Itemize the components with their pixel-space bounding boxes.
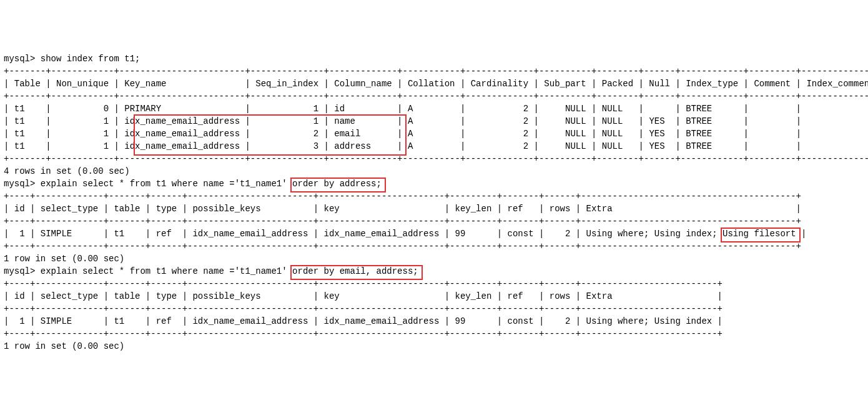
terminal-line: +-------+------------+------------------… bbox=[4, 90, 864, 102]
terminal-line: +----+-------------+-------+------+-----… bbox=[4, 215, 864, 228]
terminal-line: +-------+------------+------------------… bbox=[4, 65, 864, 78]
terminal-line: | t1 | 1 | idx_name_email_address | 1 | … bbox=[4, 115, 864, 128]
terminal-line: +-------+------------+------------------… bbox=[4, 152, 864, 165]
terminal-output: mysql> show index from t1;+-------+-----… bbox=[4, 52, 864, 352]
terminal-line: | 1 | SIMPLE | t1 | ref | idx_name_email… bbox=[4, 315, 864, 328]
terminal-line: mysql> explain select * from t1 where na… bbox=[4, 178, 864, 190]
terminal-line: | id | select_type | table | type | poss… bbox=[4, 202, 864, 215]
terminal-line: | t1 | 1 | idx_name_email_address | 2 | … bbox=[4, 128, 864, 140]
terminal-line: 1 row in set (0.00 sec) bbox=[4, 252, 864, 265]
terminal-line: mysql> show index from t1; bbox=[4, 52, 864, 65]
terminal-line: | t1 | 1 | idx_name_email_address | 3 | … bbox=[4, 140, 864, 152]
terminal-line: | Table | Non_unique | Key_name | Seq_in… bbox=[4, 78, 864, 90]
terminal-line: mysql> explain select * from t1 where na… bbox=[4, 265, 864, 278]
terminal-line: 1 row in set (0.00 sec) bbox=[4, 340, 864, 352]
terminal-line: +----+-------------+-------+------+-----… bbox=[4, 302, 864, 315]
terminal-line: +----+-------------+-------+------+-----… bbox=[4, 278, 864, 290]
terminal-line: +----+-------------+-------+------+-----… bbox=[4, 190, 864, 202]
terminal-line: | id | select_type | table | type | poss… bbox=[4, 290, 864, 302]
terminal-line: +----+-------------+-------+------+-----… bbox=[4, 240, 864, 252]
terminal-line: 4 rows in set (0.00 sec) bbox=[4, 165, 864, 178]
terminal-line: +----+-------------+-------+------+-----… bbox=[4, 328, 864, 340]
terminal-line: | t1 | 0 | PRIMARY | 1 | id | A | 2 | NU… bbox=[4, 102, 864, 115]
terminal-line: | 1 | SIMPLE | t1 | ref | idx_name_email… bbox=[4, 228, 864, 240]
